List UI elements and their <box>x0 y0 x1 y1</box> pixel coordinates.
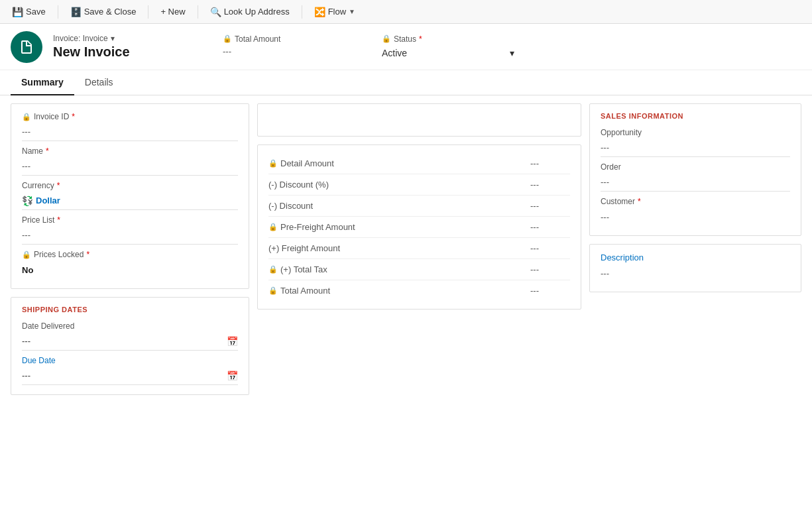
new-button[interactable]: + New <box>154 4 192 19</box>
divider-2 <box>148 5 148 19</box>
description-link[interactable]: Description <box>601 253 644 262</box>
customer-required: * <box>638 197 641 206</box>
flow-chevron-icon: ▼ <box>349 8 355 15</box>
discount-pct-row: (-) Discount (%) --- <box>268 174 570 196</box>
order-label: Order <box>601 162 790 172</box>
date-delivered-calendar-icon[interactable]: 📅 <box>227 336 238 347</box>
prices-locked-lock-icon: 🔒 <box>22 251 31 259</box>
right-column: SALES INFORMATION Opportunity --- Order … <box>589 103 801 395</box>
save-close-icon: 🗄️ <box>70 7 82 17</box>
freight-row: (+) Freight Amount --- <box>268 238 570 259</box>
discount-pct-value: --- <box>530 180 570 190</box>
status-chevron-icon: ▾ <box>510 48 514 58</box>
record-name: New Invoice <box>53 44 186 60</box>
date-delivered-field: Date Delivered --- 📅 <box>22 321 238 351</box>
lookup-address-button[interactable]: 🔍 Look Up Address <box>203 4 296 20</box>
tab-summary[interactable]: Summary <box>11 70 74 95</box>
toolbar: 💾 Save 🗄️ Save & Close + New 🔍 Look Up A… <box>0 0 812 24</box>
sales-info-title: SALES INFORMATION <box>601 112 790 120</box>
customer-value[interactable]: --- <box>601 207 790 226</box>
detail-amount-value: --- <box>530 158 570 168</box>
price-list-required: * <box>57 215 60 225</box>
order-value[interactable]: --- <box>601 173 790 192</box>
flow-icon: 🔀 <box>314 7 325 17</box>
order-field: Order --- <box>601 162 790 192</box>
date-delivered-label: Date Delivered <box>22 321 238 331</box>
header-status-field: 🔒 Status * Active ▾ <box>382 34 514 60</box>
pre-freight-row: 🔒 Pre-Freight Amount --- <box>268 217 570 238</box>
sales-info-card: SALES INFORMATION Opportunity --- Order … <box>589 103 801 236</box>
record-header: Invoice: Invoice ▾ New Invoice 🔒 Total A… <box>0 24 812 70</box>
name-label: Name * <box>22 146 238 156</box>
status-lock-icon: 🔒 <box>382 34 391 43</box>
currency-value[interactable]: 💱 Dollar <box>22 192 238 210</box>
header-total-amount-field: 🔒 Total Amount --- <box>223 34 329 60</box>
header-total-amount-label: 🔒 Total Amount <box>223 34 329 44</box>
name-field: Name * --- <box>22 146 238 176</box>
lookup-icon: 🔍 <box>210 7 221 17</box>
invoice-id-value[interactable]: --- <box>22 123 238 141</box>
center-column: 🔒 Detail Amount --- (-) Discount (%) ---… <box>257 103 581 395</box>
divider-1 <box>58 5 58 19</box>
opportunity-field: Opportunity --- <box>601 128 790 157</box>
description-card: Description --- <box>589 244 801 292</box>
invoice-id-lock-icon: 🔒 <box>22 113 31 121</box>
due-date-input[interactable]: --- 📅 <box>22 367 238 385</box>
total-tax-value: --- <box>530 264 570 274</box>
customer-field: Customer * --- <box>601 197 790 226</box>
total-tax-row: 🔒 (+) Total Tax --- <box>268 259 570 280</box>
main-content: 🔒 Invoice ID * --- Name * --- Currency * <box>0 95 812 403</box>
total-tax-lock-icon: 🔒 <box>268 265 278 274</box>
due-date-calendar-icon[interactable]: 📅 <box>227 370 238 381</box>
detail-amount-row: 🔒 Detail Amount --- <box>268 153 570 174</box>
customer-label: Customer * <box>601 197 790 206</box>
opportunity-label: Opportunity <box>601 128 790 137</box>
tab-details[interactable]: Details <box>74 70 124 95</box>
entity-chevron-icon: ▾ <box>111 34 115 43</box>
prices-locked-required: * <box>86 250 89 259</box>
currency-field: Currency * 💱 Dollar <box>22 181 238 210</box>
header-fields: 🔒 Total Amount --- 🔒 Status * Active ▾ <box>223 34 514 60</box>
save-button[interactable]: 💾 Save <box>5 4 52 20</box>
prices-locked-value[interactable]: No <box>22 260 238 279</box>
name-required: * <box>46 146 49 156</box>
amounts-total-value: --- <box>530 286 570 296</box>
status-required-star: * <box>419 34 422 44</box>
flow-button[interactable]: 🔀 Flow ▼ <box>308 4 362 20</box>
currency-label: Currency * <box>22 181 238 190</box>
price-list-field: Price List * --- <box>22 215 238 245</box>
detail-amount-lock-icon: 🔒 <box>268 159 278 168</box>
shipping-dates-title: SHIPPING DATES <box>22 306 238 314</box>
prices-locked-label: 🔒 Prices Locked * <box>22 250 238 259</box>
total-amount-row: 🔒 Total Amount --- <box>268 280 570 301</box>
description-value[interactable]: --- <box>601 264 790 282</box>
save-close-button[interactable]: 🗄️ Save & Close <box>64 4 143 20</box>
invoice-id-required: * <box>72 112 75 121</box>
discount-value: --- <box>530 201 570 211</box>
header-total-amount-value: --- <box>223 46 329 56</box>
prices-locked-field: 🔒 Prices Locked * No <box>22 250 238 279</box>
status-select[interactable]: Active ▾ <box>382 46 514 60</box>
invoice-fields-card: 🔒 Invoice ID * --- Name * --- Currency * <box>11 103 249 289</box>
due-date-label: Due Date <box>22 356 238 365</box>
description-field: Description --- <box>601 253 790 282</box>
divider-4 <box>302 5 302 19</box>
record-entity: Invoice: Invoice ▾ <box>53 34 186 43</box>
opportunity-value[interactable]: --- <box>601 139 790 157</box>
price-list-value[interactable]: --- <box>22 226 238 245</box>
invoice-lines-card <box>257 103 581 137</box>
invoice-id-field: 🔒 Invoice ID * --- <box>22 112 238 141</box>
record-title-area: Invoice: Invoice ▾ New Invoice <box>53 34 186 60</box>
avatar <box>11 31 42 63</box>
shipping-dates-card: SHIPPING DATES Date Delivered --- 📅 Due … <box>11 297 249 395</box>
name-value[interactable]: --- <box>22 157 238 176</box>
divider-3 <box>198 5 198 19</box>
date-delivered-input[interactable]: --- 📅 <box>22 332 238 351</box>
header-status-label: 🔒 Status * <box>382 34 514 44</box>
pre-freight-value: --- <box>530 222 570 232</box>
amounts-total-lock-icon: 🔒 <box>268 286 278 295</box>
discount-row: (-) Discount --- <box>268 196 570 217</box>
due-date-field: Due Date --- 📅 <box>22 356 238 385</box>
invoice-id-label: 🔒 Invoice ID * <box>22 112 238 121</box>
save-icon: 💾 <box>12 7 23 17</box>
